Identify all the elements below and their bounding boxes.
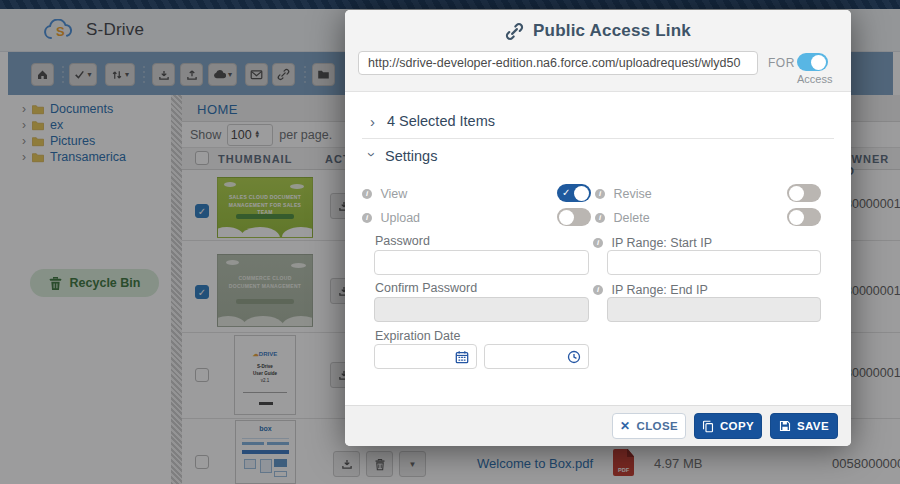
- toggle-revise-row: i Revise: [595, 184, 652, 202]
- confirm-password-input: [374, 297, 589, 322]
- info-icon[interactable]: i: [362, 189, 372, 199]
- toggle-label-view: View: [380, 187, 407, 201]
- close-button[interactable]: ✕ CLOSE: [612, 413, 686, 439]
- check-icon: ✓: [562, 186, 570, 200]
- upload-toggle[interactable]: [557, 208, 591, 226]
- toggle-delete-row: i Delete: [595, 208, 650, 226]
- end-ip-input: [607, 297, 821, 322]
- info-icon[interactable]: i: [593, 285, 603, 295]
- public-access-link-modal: Public Access Link FOR Access › 4 Select…: [345, 10, 851, 446]
- toggle-label-upload: Upload: [380, 211, 420, 225]
- section-divider: [362, 138, 834, 139]
- copy-icon: [702, 420, 714, 433]
- toggle-label-revise: Revise: [613, 187, 651, 201]
- save-icon: [779, 420, 791, 432]
- selected-items-section-header[interactable]: › 4 Selected Items: [370, 113, 495, 129]
- access-label: Access: [797, 73, 832, 85]
- close-button-label: CLOSE: [636, 420, 678, 432]
- toggle-view-row: i View: [362, 184, 407, 202]
- end-ip-label: IP Range: End IP: [611, 283, 707, 297]
- info-icon[interactable]: i: [595, 189, 605, 199]
- save-button-label: SAVE: [797, 420, 829, 432]
- chevron-right-icon: ›: [370, 114, 375, 129]
- settings-section-header[interactable]: › Settings: [370, 148, 437, 164]
- selected-items-label: 4 Selected Items: [387, 113, 495, 129]
- save-button[interactable]: SAVE: [770, 413, 838, 439]
- copy-button[interactable]: COPY: [694, 413, 762, 439]
- toggle-label-delete: Delete: [613, 211, 649, 225]
- copy-button-label: COPY: [720, 420, 754, 432]
- chevron-down-icon: ›: [365, 152, 380, 157]
- toggle-upload-row: i Upload: [362, 208, 420, 226]
- modal-header: Public Access Link FOR Access: [345, 10, 851, 92]
- password-label: Password: [375, 234, 430, 248]
- revise-toggle[interactable]: [787, 184, 821, 202]
- delete-toggle[interactable]: [787, 208, 821, 226]
- for-access-toggle[interactable]: [797, 53, 828, 71]
- info-icon[interactable]: i: [593, 238, 603, 248]
- modal-footer: ✕ CLOSE COPY SAVE: [345, 405, 851, 446]
- modal-title: Public Access Link: [533, 21, 691, 41]
- info-icon[interactable]: i: [362, 213, 372, 223]
- link-icon: [505, 22, 524, 41]
- view-toggle[interactable]: ✓: [557, 184, 591, 202]
- start-ip-label: IP Range: Start IP: [611, 236, 712, 250]
- start-ip-input[interactable]: [607, 250, 821, 275]
- password-input[interactable]: [374, 250, 589, 275]
- for-label: FOR: [768, 56, 795, 70]
- end-ip-label-row: i IP Range: End IP: [593, 280, 708, 298]
- close-x-icon: ✕: [620, 419, 630, 433]
- confirm-password-label: Confirm Password: [375, 281, 477, 295]
- info-icon[interactable]: i: [595, 213, 605, 223]
- clock-icon[interactable]: [567, 350, 581, 368]
- settings-label: Settings: [385, 148, 437, 164]
- public-link-url-input[interactable]: [358, 51, 758, 75]
- expiration-date-label: Expiration Date: [375, 329, 460, 343]
- calendar-icon[interactable]: [455, 350, 469, 368]
- screen: S S-Drive ▾ ▾: [0, 0, 900, 484]
- start-ip-label-row: i IP Range: Start IP: [593, 233, 712, 251]
